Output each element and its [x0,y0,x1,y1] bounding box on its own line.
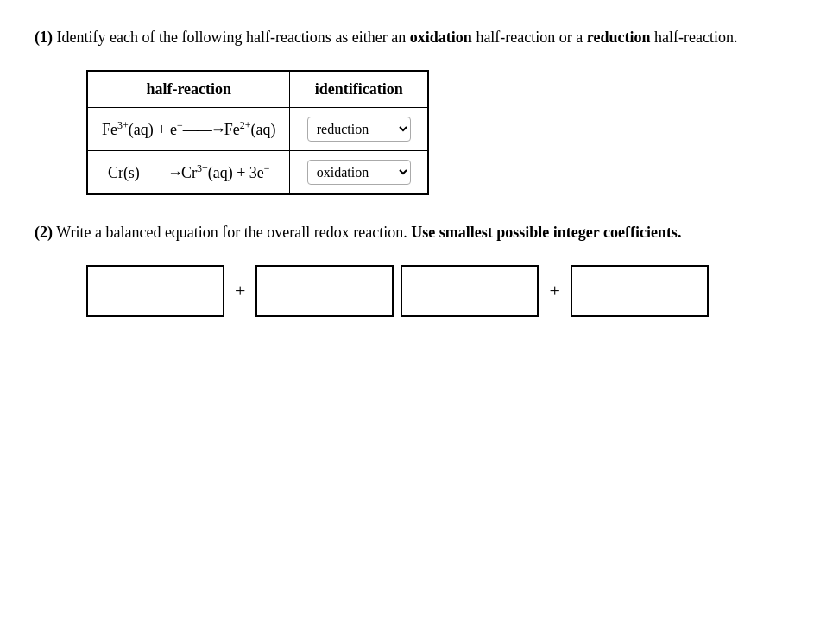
bold-use-smallest: Use smallest possible integer coefficien… [411,224,681,241]
id-cell-2[interactable]: reduction oxidation [290,151,428,195]
eq-input-3[interactable] [401,265,539,317]
half-reaction-table-container: half-reaction identification Fe3+(aq) + … [86,70,785,195]
table-row-2: Cr(s)——→Cr3+(aq) + 3e− reduction oxidati… [87,151,428,195]
arrow-1: ——→ [183,121,224,138]
question-2-number: (2) [35,224,53,241]
bold-oxidation: oxidation [410,28,472,46]
id-cell-1[interactable]: reduction oxidation [290,108,428,151]
eq-input-field-1[interactable] [88,267,223,315]
reaction-2: Cr(s)——→Cr3+(aq) + 3e− [87,151,290,195]
fe2-superscript: 2+ [240,119,251,131]
eq-input-1[interactable] [86,265,224,317]
electron-superscript-1: − [177,119,183,131]
id-select-1[interactable]: reduction oxidation [307,117,411,142]
col-header-reaction: half-reaction [87,71,290,108]
fe-superscript: 3+ [117,119,129,131]
table-row-1: Fe3+(aq) + e−——→Fe2+(aq) reduction oxida… [87,108,428,151]
plus-sign-1: + [231,280,249,302]
id-select-2[interactable]: reduction oxidation [307,160,411,185]
question-1-text: (1) Identify each of the following half-… [35,26,785,49]
cr-superscript: 3+ [197,162,208,174]
eq-input-field-2[interactable] [257,267,392,315]
equation-inputs: + + [86,265,785,317]
bold-reduction: reduction [587,28,651,46]
eq-input-4[interactable] [571,265,709,317]
question-2: (2) Write a balanced equation for the ov… [35,221,785,317]
reaction-1: Fe3+(aq) + e−——→Fe2+(aq) [87,108,290,151]
question-1: (1) Identify each of the following half-… [35,26,785,195]
eq-input-field-3[interactable] [402,267,537,315]
plus-sign-2: + [546,280,563,302]
arrow-2: ——→ [140,164,181,181]
half-reaction-table: half-reaction identification Fe3+(aq) + … [86,70,429,195]
eq-input-2[interactable] [255,265,394,317]
electron-superscript-2: − [264,162,270,174]
question-1-number: (1) [35,28,53,46]
eq-input-field-4[interactable] [572,267,707,315]
question-2-text: (2) Write a balanced equation for the ov… [35,221,785,244]
col-header-identification: identification [290,71,428,108]
